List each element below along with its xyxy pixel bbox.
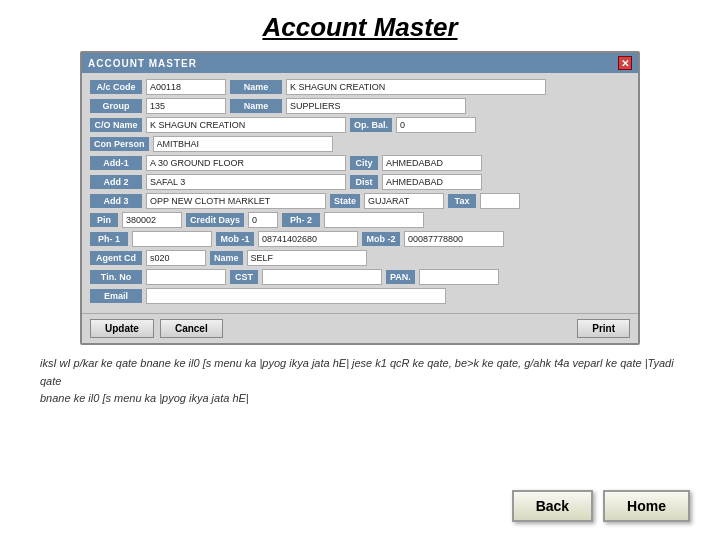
state-label: State [330, 194, 360, 208]
mob2-label: Mob -2 [362, 232, 400, 246]
row-email: Email [90, 288, 630, 304]
op-bal-input[interactable] [396, 117, 476, 133]
nav-buttons: Back Home [512, 490, 690, 522]
print-button[interactable]: Print [577, 319, 630, 338]
email-input[interactable] [146, 288, 446, 304]
credit-days-label: Credit Days [186, 213, 244, 227]
ac-code-label: A/c Code [90, 80, 142, 94]
con-person-label: Con Person [90, 137, 149, 151]
group-label: Group [90, 99, 142, 113]
body-text-container: iksI wI p/kar ke qate bnane ke il0 [s me… [40, 355, 680, 408]
dialog-title-text: ACCOUNT MASTER [88, 58, 197, 69]
cst-input[interactable] [262, 269, 382, 285]
row-coname-opbal: C/O Name Op. Bal. [90, 117, 630, 133]
row-group-name: Group Name [90, 98, 630, 114]
mob1-input[interactable] [258, 231, 358, 247]
tin-input[interactable] [146, 269, 226, 285]
row-add3-state-tax: Add 3 State Tax [90, 193, 630, 209]
ph2-label: Ph- 2 [282, 213, 320, 227]
row-tin-cst-pan: Tin. No CST PAN. [90, 269, 630, 285]
add1-label: Add-1 [90, 156, 142, 170]
body-text-line2: bnane ke il0 [s menu ka |pyog ikya jata … [40, 390, 680, 408]
dialog-footer: Update Cancel Print [82, 313, 638, 343]
home-button[interactable]: Home [603, 490, 690, 522]
name-label: Name [230, 80, 282, 94]
op-bal-label: Op. Bal. [350, 118, 392, 132]
row-add1-city: Add-1 City [90, 155, 630, 171]
cst-label: CST [230, 270, 258, 284]
dialog-close-button[interactable]: ✕ [618, 56, 632, 70]
back-button[interactable]: Back [512, 490, 593, 522]
mob2-input[interactable] [404, 231, 504, 247]
body-text-line1: iksI wI p/kar ke qate bnane ke il0 [s me… [40, 355, 680, 390]
credit-days-input[interactable] [248, 212, 278, 228]
row-pin-creditdays-ph2: Pin Credit Days Ph- 2 [90, 212, 630, 228]
con-person-input[interactable] [153, 136, 333, 152]
ph1-input[interactable] [132, 231, 212, 247]
add3-input[interactable] [146, 193, 326, 209]
row-accode-name: A/c Code Name [90, 79, 630, 95]
row-add2-dist: Add 2 Dist [90, 174, 630, 190]
ac-code-input[interactable] [146, 79, 226, 95]
footer-left-buttons: Update Cancel [90, 319, 223, 338]
group-input[interactable] [146, 98, 226, 114]
dialog-titlebar: ACCOUNT MASTER ✕ [82, 53, 638, 73]
agent-cd-input[interactable] [146, 250, 206, 266]
page-title: Account Master [0, 0, 720, 51]
name2-input[interactable] [286, 98, 466, 114]
city-label: City [350, 156, 378, 170]
email-label: Email [90, 289, 142, 303]
dist-label: Dist [350, 175, 378, 189]
agent-name-label: Name [210, 251, 243, 265]
ph2-input[interactable] [324, 212, 424, 228]
city-input[interactable] [382, 155, 482, 171]
row-ph1-mob1-mob2: Ph- 1 Mob -1 Mob -2 [90, 231, 630, 247]
update-button[interactable]: Update [90, 319, 154, 338]
pin-input[interactable] [122, 212, 182, 228]
co-name-label: C/O Name [90, 118, 142, 132]
dialog-body: A/c Code Name Group Name C/O Name Op. Ba… [82, 73, 638, 313]
mob1-label: Mob -1 [216, 232, 254, 246]
pan-label: PAN. [386, 270, 415, 284]
state-input[interactable] [364, 193, 444, 209]
agent-cd-label: Agent Cd [90, 251, 142, 265]
account-master-dialog: ACCOUNT MASTER ✕ A/c Code Name Group Nam… [80, 51, 640, 345]
agent-name-input[interactable] [247, 250, 367, 266]
dist-input[interactable] [382, 174, 482, 190]
co-name-input[interactable] [146, 117, 346, 133]
add2-input[interactable] [146, 174, 346, 190]
add1-input[interactable] [146, 155, 346, 171]
tax-label: Tax [448, 194, 476, 208]
row-agent: Agent Cd Name [90, 250, 630, 266]
cancel-button[interactable]: Cancel [160, 319, 223, 338]
tax-input[interactable] [480, 193, 520, 209]
row-con-person: Con Person [90, 136, 630, 152]
name-input[interactable] [286, 79, 546, 95]
name2-label: Name [230, 99, 282, 113]
tin-label: Tin. No [90, 270, 142, 284]
pin-label: Pin [90, 213, 118, 227]
pan-input[interactable] [419, 269, 499, 285]
ph1-label: Ph- 1 [90, 232, 128, 246]
add3-label: Add 3 [90, 194, 142, 208]
add2-label: Add 2 [90, 175, 142, 189]
